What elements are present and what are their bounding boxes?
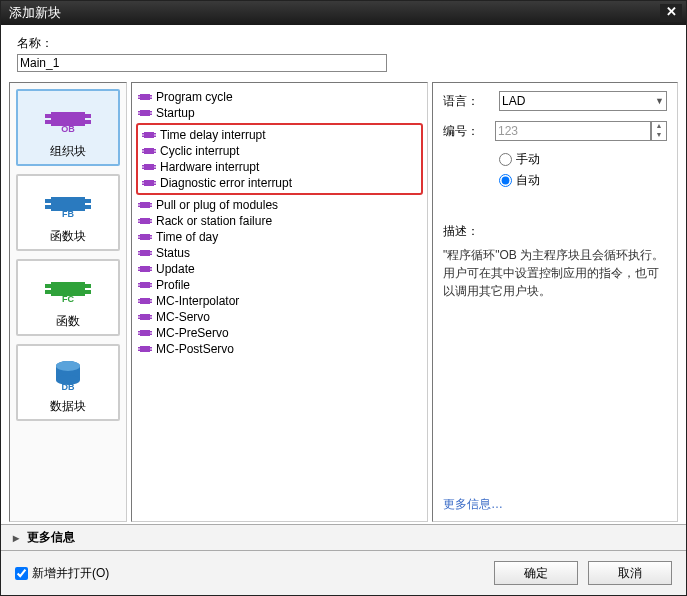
- svg-rect-96: [149, 331, 152, 333]
- ob-list-item[interactable]: MC-Interpolator: [136, 293, 423, 309]
- svg-rect-15: [81, 284, 91, 288]
- language-select[interactable]: LAD ▼: [499, 91, 667, 111]
- svg-rect-28: [140, 110, 150, 116]
- block-type-fc[interactable]: FC 函数: [16, 259, 120, 336]
- svg-rect-78: [140, 282, 150, 288]
- svg-rect-92: [149, 318, 152, 320]
- svg-rect-33: [144, 132, 154, 138]
- ob-item-icon: [142, 130, 156, 140]
- ob-item-icon: [138, 108, 152, 118]
- ob-list-item[interactable]: Update: [136, 261, 423, 277]
- properties-panel: 语言： LAD ▼ 编号： ▲▼ 手动 自动 描述：: [432, 82, 678, 522]
- svg-rect-75: [138, 270, 141, 272]
- svg-rect-38: [144, 148, 154, 154]
- svg-rect-97: [149, 334, 152, 336]
- block-type-fb[interactable]: FB 函数块: [16, 174, 120, 251]
- svg-rect-47: [153, 168, 156, 170]
- svg-rect-98: [140, 346, 150, 352]
- ok-button[interactable]: 确定: [494, 561, 578, 585]
- number-input[interactable]: [495, 121, 651, 141]
- ob-icon: OB: [18, 99, 118, 139]
- cancel-button[interactable]: 取消: [588, 561, 672, 585]
- ob-list-item[interactable]: Time delay interrupt: [140, 127, 419, 143]
- spin-down-icon[interactable]: ▼: [652, 131, 666, 140]
- manual-label: 手动: [516, 151, 540, 168]
- ob-list-item[interactable]: MC-Servo: [136, 309, 423, 325]
- spin-up-icon[interactable]: ▲: [652, 122, 666, 131]
- ob-item-icon: [138, 328, 152, 338]
- auto-radio[interactable]: [499, 174, 512, 187]
- description-label: 描述：: [443, 223, 667, 240]
- svg-rect-13: [45, 284, 55, 288]
- svg-rect-56: [149, 203, 152, 205]
- manual-radio[interactable]: [499, 153, 512, 166]
- svg-rect-39: [142, 149, 145, 151]
- ob-template-list: Program cycleStartupTime delay interrupt…: [131, 82, 428, 522]
- ob-list-item[interactable]: MC-PostServo: [136, 341, 423, 357]
- ob-item-label: Pull or plug of modules: [156, 198, 278, 212]
- fc-icon: FC: [18, 269, 118, 309]
- svg-rect-14: [45, 290, 55, 294]
- svg-rect-41: [153, 149, 156, 151]
- svg-rect-24: [138, 95, 141, 97]
- svg-rect-32: [149, 114, 152, 116]
- block-type-db[interactable]: DB 数据块: [16, 344, 120, 421]
- svg-rect-91: [149, 315, 152, 317]
- fb-icon: FB: [18, 184, 118, 224]
- ob-item-label: Program cycle: [156, 90, 233, 104]
- number-spinner[interactable]: ▲▼: [651, 121, 667, 141]
- ob-list-item[interactable]: Hardware interrupt: [140, 159, 419, 175]
- svg-rect-37: [153, 136, 156, 138]
- block-type-panel: OB 组织块 FB 函数块 FC 函数 DB 数据块: [9, 82, 127, 522]
- expand-icon[interactable]: ▸: [9, 531, 23, 545]
- svg-rect-65: [138, 238, 141, 240]
- ob-list-item[interactable]: Time of day: [136, 229, 423, 245]
- svg-rect-101: [149, 347, 152, 349]
- svg-rect-95: [138, 334, 141, 336]
- svg-rect-69: [138, 251, 141, 253]
- ob-list-item[interactable]: Startup: [136, 105, 423, 121]
- ob-item-icon: [142, 178, 156, 188]
- dialog-title: 添加新块: [5, 4, 660, 22]
- svg-rect-62: [149, 222, 152, 224]
- ob-item-label: Startup: [156, 106, 195, 120]
- svg-rect-29: [138, 111, 141, 113]
- svg-rect-50: [142, 184, 145, 186]
- ob-list-item[interactable]: Rack or station failure: [136, 213, 423, 229]
- ob-list-item[interactable]: MC-PreServo: [136, 325, 423, 341]
- svg-rect-3: [81, 114, 91, 118]
- svg-text:FC: FC: [62, 294, 74, 304]
- svg-rect-89: [138, 315, 141, 317]
- svg-rect-27: [149, 98, 152, 100]
- ob-list-item[interactable]: Pull or plug of modules: [136, 197, 423, 213]
- svg-rect-94: [138, 331, 141, 333]
- svg-rect-84: [138, 299, 141, 301]
- add-block-dialog: 添加新块 ✕ 名称： OB 组织块 FB 函数块 FC: [0, 0, 687, 596]
- ob-item-label: MC-PostServo: [156, 342, 234, 356]
- more-info-link[interactable]: 更多信息…: [443, 476, 667, 513]
- svg-rect-9: [81, 199, 91, 203]
- block-type-ob[interactable]: OB 组织块: [16, 89, 120, 166]
- ob-list-item[interactable]: Profile: [136, 277, 423, 293]
- svg-rect-100: [138, 350, 141, 352]
- close-icon[interactable]: ✕: [660, 4, 682, 22]
- svg-rect-73: [140, 266, 150, 272]
- svg-rect-4: [81, 120, 91, 124]
- svg-point-21: [56, 361, 80, 371]
- ob-list-item[interactable]: Cyclic interrupt: [140, 143, 419, 159]
- svg-rect-40: [142, 152, 145, 154]
- svg-rect-67: [149, 238, 152, 240]
- ob-list-item[interactable]: Diagnostic error interrupt: [140, 175, 419, 191]
- titlebar: 添加新块 ✕: [1, 1, 686, 25]
- number-label: 编号：: [443, 123, 495, 140]
- svg-text:FB: FB: [62, 209, 74, 219]
- ob-item-label: Time delay interrupt: [160, 128, 266, 142]
- add-and-open-checkbox[interactable]: [15, 567, 28, 580]
- svg-rect-85: [138, 302, 141, 304]
- ob-list-item[interactable]: Status: [136, 245, 423, 261]
- language-label: 语言：: [443, 93, 499, 110]
- svg-text:DB: DB: [62, 382, 75, 391]
- svg-rect-58: [140, 218, 150, 224]
- name-input[interactable]: [17, 54, 387, 72]
- ob-list-item[interactable]: Program cycle: [136, 89, 423, 105]
